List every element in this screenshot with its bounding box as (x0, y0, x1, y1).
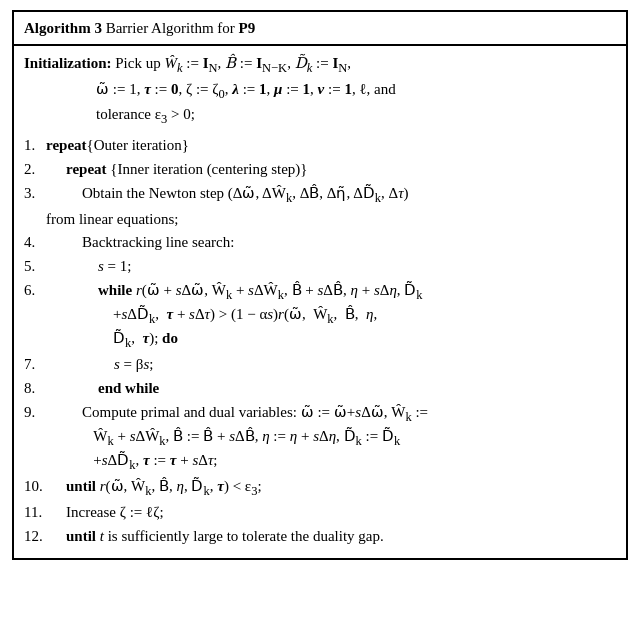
line-content-9: Compute primal and dual variables: ω̃ :=… (46, 402, 616, 474)
line-content-8: end while (46, 378, 616, 400)
line-8: 8. end while (24, 378, 616, 400)
line-1: 1. repeat{Outer iteration} (24, 135, 616, 157)
line-num-10: 10. (24, 476, 46, 498)
line-3: 3. Obtain the Newton step (Δω̃, ΔŴk, ΔB̂… (24, 183, 616, 207)
line-11: 11. Increase ζ := ℓζ; (24, 502, 616, 524)
line-12: 12. until t is sufficiently large to tol… (24, 526, 616, 548)
algorithm-number: Algorithm 3 (24, 20, 102, 36)
line-content-3b: from linear equations; (46, 209, 616, 231)
line-content-11: Increase ζ := ℓζ; (46, 502, 616, 524)
line-content-6: while r(ω̃ + sΔω̃, Ŵk + sΔŴk, B̂ + sΔB̂,… (46, 280, 616, 352)
line-9: 9. Compute primal and dual variables: ω̃… (24, 402, 616, 474)
line-num-12: 12. (24, 526, 46, 548)
line-7: 7. s = βs; (24, 354, 616, 376)
line-content-12: until t is sufficiently large to tolerat… (46, 526, 616, 548)
line-content-10: until r(ω̃, Ŵk, B̂, η, D̃k, τ) < ε3; (46, 476, 616, 500)
init-line-1: Initialization: Pick up Ŵk := IN, B̂ := … (24, 52, 616, 78)
line-6: 6. while r(ω̃ + sΔω̃, Ŵk + sΔŴk, B̂ + sΔ… (24, 280, 616, 352)
line-content-2: repeat {Inner iteration (centering step)… (46, 159, 616, 181)
init-line-3: tolerance ε3 > 0; (24, 103, 616, 129)
line-num-9: 9. (24, 402, 46, 424)
line-2: 2. repeat {Inner iteration (centering st… (24, 159, 616, 181)
line-3b: from linear equations; (24, 209, 616, 231)
line-content-7: s = βs; (46, 354, 616, 376)
line-10: 10. until r(ω̃, Ŵk, B̂, η, D̃k, τ) < ε3; (24, 476, 616, 500)
line-num-7: 7. (24, 354, 46, 376)
initialization-block: Initialization: Pick up Ŵk := IN, B̂ := … (24, 52, 616, 129)
line-num-2: 2. (24, 159, 46, 181)
algorithm-description: Barrier Algorithm for P9 (106, 20, 256, 36)
line-content-1: repeat{Outer iteration} (46, 135, 616, 157)
line-num-3: 3. (24, 183, 46, 205)
line-num-1: 1. (24, 135, 46, 157)
line-content-5: s = 1; (46, 256, 616, 278)
line-num-11: 11. (24, 502, 46, 524)
line-content-3: Obtain the Newton step (Δω̃, ΔŴk, ΔB̂, Δ… (46, 183, 616, 207)
algorithm-header: Algorithm 3 Barrier Algorithm for P9 (14, 12, 626, 46)
line-5: 5. s = 1; (24, 256, 616, 278)
line-content-4: Backtracking line search: (46, 232, 616, 254)
line-4: 4. Backtracking line search: (24, 232, 616, 254)
line-num-8: 8. (24, 378, 46, 400)
line-num-6: 6. (24, 280, 46, 302)
init-line-2: ω̃ := 1, τ := 0, ζ := ζ0, λ := 1, μ := 1… (24, 78, 616, 104)
line-num-5: 5. (24, 256, 46, 278)
algorithm-box: Algorithm 3 Barrier Algorithm for P9 Ini… (12, 10, 628, 560)
algorithm-body: Initialization: Pick up Ŵk := IN, B̂ := … (14, 46, 626, 558)
line-num-4: 4. (24, 232, 46, 254)
